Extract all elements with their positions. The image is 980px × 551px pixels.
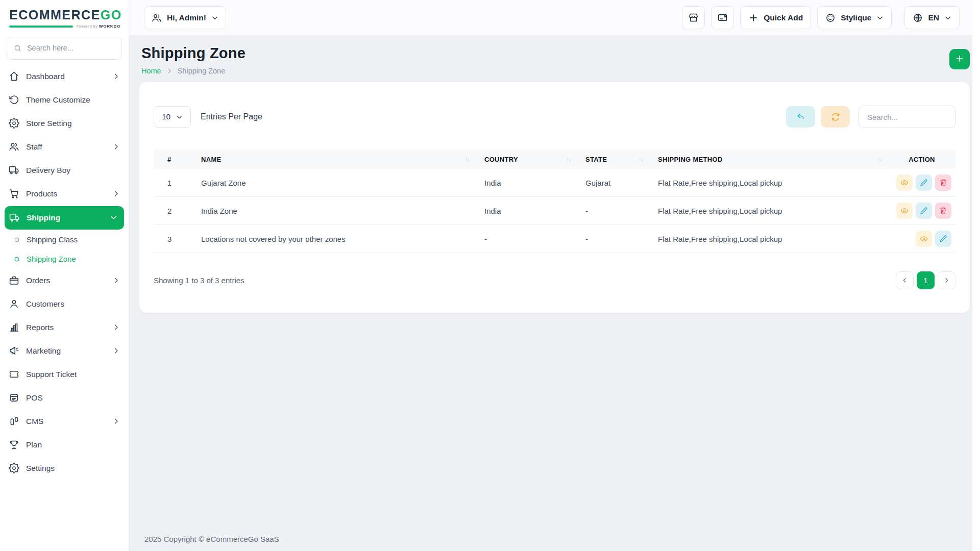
sidebar-item-reports[interactable]: Reports bbox=[0, 316, 129, 339]
edit-button[interactable] bbox=[916, 174, 932, 191]
edit-button[interactable] bbox=[935, 231, 951, 247]
sidebar-item-marketing[interactable]: Marketing bbox=[0, 339, 129, 363]
sort-icon[interactable] bbox=[878, 156, 889, 162]
table-search-input[interactable] bbox=[859, 106, 955, 128]
undo-button[interactable] bbox=[786, 106, 815, 128]
delete-button[interactable] bbox=[935, 203, 951, 219]
sidebar-item-label: Marketing bbox=[26, 346, 61, 356]
quick-add-button[interactable]: Quick Add bbox=[740, 6, 811, 29]
table-row: 1 Gujarat Zone India Gujarat Flat Rate,F… bbox=[154, 169, 955, 197]
user-icon bbox=[9, 298, 19, 309]
sort-icon[interactable] bbox=[465, 156, 476, 162]
theme-style-label: Stylique bbox=[841, 13, 871, 22]
chevron-right-icon bbox=[112, 190, 120, 197]
pagination-next-button[interactable] bbox=[938, 271, 955, 289]
topbar-actions: Quick Add Stylique EN bbox=[682, 6, 960, 29]
sidebar-item-label: Shipping Class bbox=[27, 235, 78, 244]
pagination-page-1[interactable]: 1 bbox=[917, 271, 935, 289]
bar-chart-icon bbox=[9, 322, 19, 333]
sidebar-item-label: Shipping bbox=[27, 213, 60, 222]
sidebar-item-shipping-class[interactable]: Shipping Class bbox=[0, 230, 129, 249]
table-tools bbox=[786, 106, 955, 128]
view-button[interactable] bbox=[896, 203, 913, 219]
sidebar-item-cms[interactable]: CMS bbox=[0, 410, 129, 433]
column-header-country: COUNTRY bbox=[476, 149, 577, 169]
ticket-icon bbox=[9, 369, 19, 380]
sidebar-item-staff[interactable]: Staff bbox=[0, 135, 129, 159]
megaphone-icon bbox=[9, 345, 19, 356]
sort-icon[interactable] bbox=[567, 156, 577, 162]
sidebar-item-dashboard[interactable]: Dashboard bbox=[0, 65, 129, 88]
truck-icon bbox=[9, 212, 20, 223]
brand-name: ECOMMERCEGO bbox=[9, 8, 120, 22]
sidebar-item-products[interactable]: Products bbox=[0, 182, 129, 206]
sidebar-item-shipping[interactable]: Shipping bbox=[5, 206, 124, 230]
chevron-right-icon bbox=[166, 68, 173, 74]
edit-button[interactable] bbox=[916, 203, 932, 219]
table-footer: Showing 1 to 3 of 3 entries 1 bbox=[154, 271, 955, 289]
theme-style-button[interactable]: Stylique bbox=[817, 6, 892, 29]
refresh-button[interactable] bbox=[821, 106, 850, 128]
eye-icon bbox=[920, 235, 928, 243]
brand-underline bbox=[9, 26, 73, 28]
chevron-right-icon bbox=[112, 347, 120, 355]
chevron-right-icon bbox=[112, 277, 120, 284]
showing-entries-text: Showing 1 to 3 of 3 entries bbox=[154, 276, 244, 285]
sidebar-item-store-setting[interactable]: Store Setting bbox=[0, 112, 129, 135]
trash-icon bbox=[939, 179, 947, 187]
sidebar-search-input[interactable] bbox=[26, 43, 115, 53]
cell-state: - bbox=[577, 235, 649, 243]
admin-menu-button[interactable]: Hi, Admin! bbox=[144, 6, 226, 29]
sidebar-search bbox=[7, 37, 122, 60]
sidebar-item-label: Store Setting bbox=[26, 119, 72, 128]
scrollbar[interactable] bbox=[972, 0, 980, 551]
layout-icon bbox=[9, 416, 19, 427]
sidebar-item-customers[interactable]: Customers bbox=[0, 292, 129, 316]
view-button[interactable] bbox=[896, 174, 913, 191]
cell-actions bbox=[888, 203, 955, 219]
brand-logo[interactable]: ECOMMERCEGO Powered By WORKDO bbox=[0, 0, 129, 32]
add-shipping-zone-button[interactable] bbox=[949, 49, 970, 69]
sidebar-item-label: Settings bbox=[26, 464, 55, 473]
ring-icon bbox=[14, 237, 20, 243]
breadcrumb-current: Shipping Zone bbox=[178, 67, 226, 75]
language-button[interactable]: EN bbox=[904, 6, 960, 29]
sidebar-item-delivery-boy[interactable]: Delivery Boy bbox=[0, 159, 129, 182]
sidebar-item-support-ticket[interactable]: Support Ticket bbox=[0, 363, 129, 386]
sidebar-item-label: Reports bbox=[26, 323, 54, 332]
app-window: ECOMMERCEGO Powered By WORKDO Dashboard … bbox=[0, 0, 980, 551]
admin-label: Hi, Admin! bbox=[167, 13, 206, 22]
sidebar-item-shipping-zone[interactable]: Shipping Zone bbox=[0, 249, 129, 269]
users-icon bbox=[152, 13, 162, 23]
column-header-state: STATE bbox=[577, 149, 649, 169]
cell-state: Gujarat bbox=[577, 179, 649, 187]
table-row: 2 India Zone India - Flat Rate,Free ship… bbox=[154, 197, 955, 225]
sidebar-item-pos[interactable]: POS bbox=[0, 386, 129, 410]
view-button[interactable] bbox=[916, 231, 932, 247]
breadcrumb-home-link[interactable]: Home bbox=[141, 67, 161, 75]
chevron-right-icon bbox=[943, 277, 950, 284]
mail-card-icon bbox=[717, 12, 728, 23]
chevron-right-icon bbox=[112, 143, 120, 151]
sidebar-item-settings[interactable]: Settings bbox=[0, 457, 129, 480]
notifications-button[interactable] bbox=[711, 6, 734, 29]
sidebar-item-label: Plan bbox=[26, 440, 42, 449]
cell-name: India Zone bbox=[192, 207, 476, 215]
chevron-left-icon bbox=[901, 277, 908, 284]
shipping-zone-card: 10 Entries Per Page bbox=[139, 82, 970, 313]
sidebar-item-plan[interactable]: Plan bbox=[0, 433, 129, 457]
storefront-button[interactable] bbox=[682, 6, 705, 29]
sidebar-item-label: Customers bbox=[26, 299, 64, 309]
rotate-icon bbox=[9, 94, 19, 105]
pagination-prev-button[interactable] bbox=[896, 271, 914, 289]
sidebar-item-theme-customize[interactable]: Theme Customize bbox=[0, 88, 129, 112]
entries-per-page-select[interactable]: 10 bbox=[154, 106, 191, 128]
brand-name-accent: GO bbox=[101, 8, 122, 22]
sidebar-item-label: Delivery Boy bbox=[26, 166, 70, 175]
delete-button[interactable] bbox=[935, 174, 951, 191]
table-controls: 10 Entries Per Page bbox=[154, 106, 955, 128]
eye-icon bbox=[900, 179, 909, 187]
sidebar-item-orders[interactable]: Orders bbox=[0, 269, 129, 292]
sort-icon[interactable] bbox=[639, 156, 650, 162]
page-header: Shipping Zone Home Shipping Zone bbox=[139, 44, 970, 82]
